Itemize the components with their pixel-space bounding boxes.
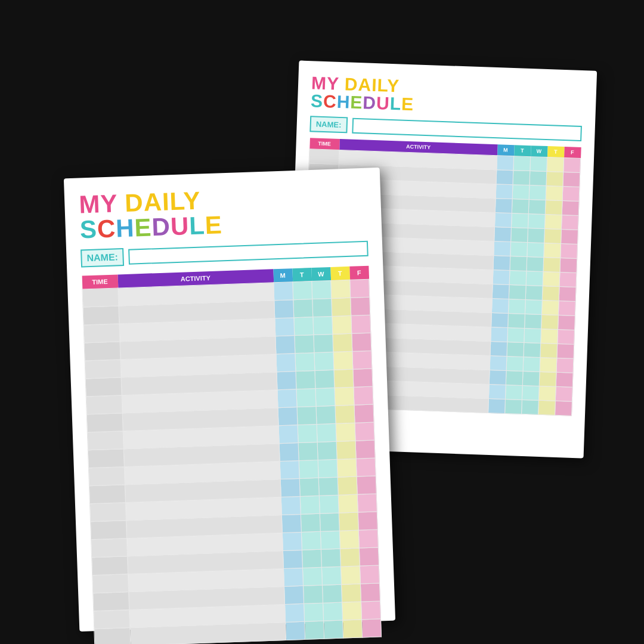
cell-w — [525, 299, 542, 314]
cell-t — [505, 385, 522, 400]
cell-w — [522, 385, 539, 400]
cell-t — [506, 356, 524, 371]
front-title-u: U — [170, 212, 190, 240]
cell-th — [335, 405, 355, 423]
cell-th — [540, 343, 558, 358]
cell-th — [545, 200, 562, 215]
col-time-back: TIME — [309, 138, 340, 150]
col-time-front: TIME — [82, 274, 118, 289]
cell-w — [524, 328, 541, 343]
cell-time — [89, 485, 125, 504]
name-input-front[interactable] — [129, 241, 369, 265]
cell-th — [333, 351, 353, 370]
cell-th — [541, 300, 559, 315]
title-d: D — [363, 92, 377, 113]
cell-w — [315, 370, 335, 388]
cell-th — [342, 602, 361, 620]
cell-f — [353, 369, 373, 387]
cell-w — [315, 388, 335, 406]
cell-m — [490, 355, 507, 370]
cell-t — [510, 256, 527, 271]
cell-f — [352, 333, 371, 351]
cell-m — [280, 478, 300, 497]
cell-time — [89, 503, 126, 522]
cell-w — [321, 566, 341, 585]
cell-m — [491, 327, 508, 342]
cell-t — [513, 156, 531, 171]
front-title-l: L — [188, 211, 205, 240]
cell-t — [298, 424, 317, 442]
cell-m — [488, 384, 506, 399]
cell-f — [558, 301, 575, 315]
cell-f — [358, 530, 378, 548]
cell-th — [538, 386, 556, 401]
cell-m — [491, 299, 509, 314]
cell-f — [563, 172, 580, 187]
cell-th — [331, 280, 351, 298]
cell-f — [360, 565, 379, 584]
cell-f — [555, 386, 572, 401]
cell-m — [278, 407, 298, 426]
cell-f — [351, 297, 370, 315]
cell-t — [301, 531, 321, 550]
cell-f — [358, 512, 377, 530]
cell-th — [544, 243, 561, 258]
cell-time — [87, 431, 123, 450]
cell-m — [494, 227, 512, 242]
cell-f — [350, 279, 370, 298]
cell-m — [493, 270, 510, 285]
cell-t — [298, 442, 318, 460]
cell-t — [303, 585, 323, 603]
cell-m — [285, 603, 305, 622]
cell-m — [494, 213, 512, 228]
cell-time — [83, 324, 120, 343]
cell-th — [339, 512, 358, 531]
cell-th — [543, 257, 561, 272]
name-row-front: NAME: — [80, 240, 369, 268]
cell-time — [309, 149, 339, 165]
schedule-table-front: TIME ACTIVITY M T W T F — [82, 266, 382, 644]
col-f-back: F — [564, 147, 581, 158]
cell-th — [543, 271, 560, 286]
cell-m — [282, 532, 302, 550]
cell-th — [546, 172, 564, 187]
cell-m — [283, 550, 302, 568]
cell-time — [83, 306, 119, 325]
cell-w — [530, 157, 547, 172]
cell-f — [558, 329, 575, 344]
cell-t — [513, 171, 530, 185]
cell-m — [275, 318, 295, 336]
cell-w — [323, 602, 343, 621]
cell-t — [293, 299, 313, 318]
cell-th — [542, 286, 559, 301]
cell-f — [556, 358, 574, 373]
cell-f — [351, 315, 371, 333]
cell-t — [511, 228, 528, 243]
cell-m — [280, 461, 299, 479]
cell-m — [490, 341, 507, 356]
col-f-front: F — [349, 266, 369, 280]
cell-th — [541, 314, 559, 329]
name-input-back[interactable] — [352, 117, 582, 141]
col-w-back: W — [531, 145, 548, 157]
cell-f — [556, 372, 573, 387]
cell-t — [507, 342, 524, 357]
name-label-back: NAME: — [309, 116, 348, 133]
cell-time — [88, 449, 124, 468]
schedule-card-front: MY DAILY SCHEDULE NAME: TIME ACTIVITY M … — [64, 168, 395, 631]
col-th-back: T — [547, 146, 565, 157]
cell-th — [343, 620, 363, 638]
front-title-s: S — [79, 215, 98, 244]
title-s: S — [311, 91, 324, 111]
cell-time — [93, 592, 129, 611]
cell-t — [508, 313, 525, 328]
cell-t — [295, 353, 315, 371]
cell-time — [86, 413, 123, 432]
cell-m — [274, 300, 294, 318]
col-th-front: T — [330, 267, 350, 281]
front-title-h: H — [115, 213, 135, 242]
cell-th — [544, 229, 562, 244]
cell-t — [305, 621, 324, 639]
cell-t — [304, 603, 324, 621]
cell-t — [507, 327, 525, 342]
